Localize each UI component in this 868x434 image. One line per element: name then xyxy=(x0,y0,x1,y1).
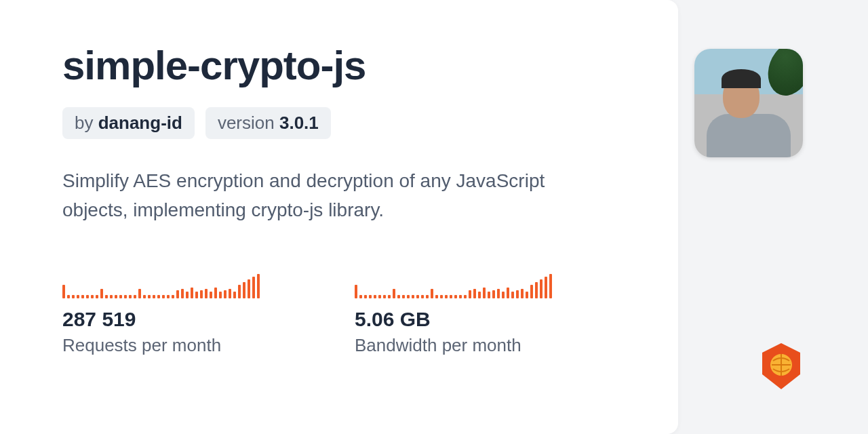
author-prefix: by xyxy=(75,113,98,133)
version-value: 3.0.1 xyxy=(279,113,319,133)
author-chip[interactable]: by danang-id xyxy=(62,107,195,139)
author-name: danang-id xyxy=(98,113,182,133)
chip-row: by danang-id version 3.0.1 xyxy=(62,107,616,139)
requests-value: 287 519 xyxy=(62,308,260,331)
bandwidth-stat: 5.06 GB Bandwidth per month xyxy=(355,273,552,356)
author-avatar[interactable] xyxy=(694,49,803,157)
version-prefix: version xyxy=(218,113,279,133)
requests-label: Requests per month xyxy=(62,335,260,356)
stats-row: 287 519 Requests per month 5.06 GB Bandw… xyxy=(62,273,616,356)
jsdelivr-logo-icon xyxy=(760,342,803,391)
requests-stat: 287 519 Requests per month xyxy=(62,273,260,356)
package-card: simple-crypto-js by danang-id version 3.… xyxy=(0,0,678,434)
bandwidth-value: 5.06 GB xyxy=(355,308,552,331)
requests-sparkline xyxy=(62,273,260,298)
version-chip[interactable]: version 3.0.1 xyxy=(205,107,331,139)
bandwidth-sparkline xyxy=(355,273,552,298)
package-description: Simplify AES encryption and decryption o… xyxy=(62,166,564,225)
bandwidth-label: Bandwidth per month xyxy=(355,335,552,356)
package-title: simple-crypto-js xyxy=(62,43,616,88)
